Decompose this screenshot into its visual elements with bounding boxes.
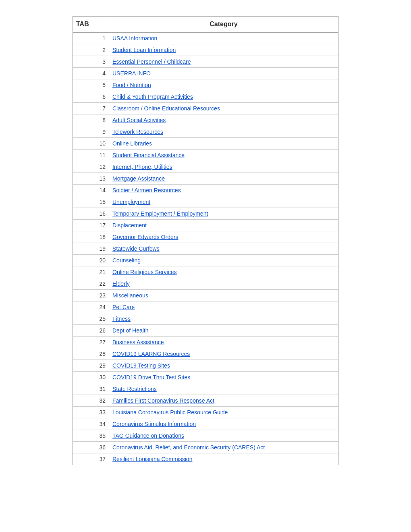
main-table: TAB Category 1USAA Information2Student L… bbox=[73, 16, 338, 465]
category-link[interactable]: Fitness bbox=[112, 316, 131, 322]
category-link[interactable]: Adult Social Activities bbox=[112, 117, 166, 123]
row-number: 30 bbox=[73, 372, 109, 383]
table-row: 23Miscellaneous bbox=[73, 290, 338, 301]
row-category[interactable]: Coronavirus Aid, Relief, and Economic Se… bbox=[109, 442, 338, 453]
row-category[interactable]: Pet Care bbox=[109, 301, 338, 313]
category-link[interactable]: Online Religious Services bbox=[112, 269, 177, 275]
category-link[interactable]: Child & Youth Program Activities bbox=[112, 94, 193, 100]
category-link[interactable]: Dept of Health bbox=[112, 327, 149, 334]
category-link[interactable]: TAG Guidance on Donations bbox=[112, 432, 184, 439]
category-link[interactable]: Student Loan Information bbox=[112, 47, 176, 53]
row-number: 1 bbox=[73, 33, 109, 44]
row-category[interactable]: Student Loan Information bbox=[109, 44, 338, 56]
row-category[interactable]: Miscellaneous bbox=[109, 290, 338, 301]
table-row: 35TAG Guidance on Donations bbox=[73, 430, 338, 442]
category-link[interactable]: COVID19 Testing Sites bbox=[112, 362, 170, 369]
row-category[interactable]: Child & Youth Program Activities bbox=[109, 91, 338, 102]
row-category[interactable]: Food / Nutrition bbox=[109, 79, 338, 91]
table-row: 3Essential Personnel / Childcare bbox=[73, 56, 338, 68]
row-number: 6 bbox=[73, 91, 109, 102]
category-link[interactable]: State Restrictions bbox=[112, 386, 157, 392]
category-link[interactable]: Displacement bbox=[112, 222, 147, 229]
table-row: 16Temporary Employment / Employment bbox=[73, 208, 338, 220]
row-category[interactable]: Fitness bbox=[109, 313, 338, 324]
table-row: 24Pet Care bbox=[73, 301, 338, 313]
row-category[interactable]: Counseling bbox=[109, 255, 338, 266]
category-link[interactable]: Louisiana Coronavirus Public Resource Gu… bbox=[112, 409, 228, 416]
row-category[interactable]: Temporary Employment / Employment bbox=[109, 208, 338, 219]
row-number: 24 bbox=[73, 301, 109, 313]
category-link[interactable]: Unemployment bbox=[112, 199, 150, 205]
category-link[interactable]: Pet Care bbox=[112, 304, 135, 310]
row-category[interactable]: Governor Edwards Orders bbox=[109, 231, 338, 243]
row-category[interactable]: Telework Resources bbox=[109, 126, 338, 137]
row-category[interactable]: Adult Social Activities bbox=[109, 114, 338, 126]
row-category[interactable]: Coronavirus Stimulus Information bbox=[109, 418, 338, 430]
category-link[interactable]: Statewide Curfews bbox=[112, 245, 160, 252]
category-link[interactable]: Student Financial Assistance bbox=[112, 152, 185, 158]
row-number: 33 bbox=[73, 407, 109, 418]
row-category[interactable]: USERRA INFO bbox=[109, 68, 338, 79]
table-row: 1USAA Information bbox=[73, 33, 338, 44]
category-link[interactable]: Food / Nutrition bbox=[112, 82, 151, 88]
category-link[interactable]: Coronavirus Aid, Relief, and Economic Se… bbox=[112, 444, 265, 451]
row-number: 14 bbox=[73, 185, 109, 196]
row-number: 13 bbox=[73, 173, 109, 184]
row-category[interactable]: Families First Coronavirus Response Act bbox=[109, 395, 338, 406]
category-link[interactable]: Soldier / Airmen Resources bbox=[112, 187, 181, 193]
category-link[interactable]: Mortgage Assistance bbox=[112, 175, 165, 182]
category-link[interactable]: Temporary Employment / Employment bbox=[112, 210, 208, 217]
row-category[interactable]: Unemployment bbox=[109, 196, 338, 208]
row-category[interactable]: Louisiana Coronavirus Public Resource Gu… bbox=[109, 407, 338, 418]
row-category[interactable]: Mortgage Assistance bbox=[109, 173, 338, 184]
row-category[interactable]: Essential Personnel / Childcare bbox=[109, 56, 338, 67]
category-link[interactable]: Governor Edwards Orders bbox=[112, 234, 178, 240]
category-link[interactable]: Resilient Louisiana Commission bbox=[112, 456, 192, 462]
row-category[interactable]: Online Libraries bbox=[109, 138, 338, 149]
category-link[interactable]: COVID19 LAARNG Resources bbox=[112, 351, 190, 357]
row-category[interactable]: COVID19 Testing Sites bbox=[109, 360, 338, 371]
category-link[interactable]: Business Assistance bbox=[112, 339, 164, 345]
table-row: 12Internet, Phone, Utilities bbox=[73, 161, 338, 173]
category-link[interactable]: Online Libraries bbox=[112, 140, 152, 147]
category-link[interactable]: Essential Personnel / Childcare bbox=[112, 58, 191, 65]
row-number: 32 bbox=[73, 395, 109, 406]
category-link[interactable]: Classroom / Online Educational Resources bbox=[112, 105, 220, 112]
category-link[interactable]: Miscellaneous bbox=[112, 292, 148, 299]
row-category[interactable]: TAG Guidance on Donations bbox=[109, 430, 338, 441]
row-category[interactable]: Internet, Phone, Utilities bbox=[109, 161, 338, 172]
category-link[interactable]: COVID19 Drive Thru Test Sites bbox=[112, 374, 190, 380]
table-header: TAB Category bbox=[73, 17, 338, 33]
row-number: 28 bbox=[73, 348, 109, 360]
row-category[interactable]: State Restrictions bbox=[109, 383, 338, 395]
category-link[interactable]: Families First Coronavirus Response Act bbox=[112, 397, 214, 404]
row-number: 31 bbox=[73, 383, 109, 395]
row-number: 8 bbox=[73, 114, 109, 126]
category-link[interactable]: USAA Information bbox=[112, 35, 157, 42]
category-link[interactable]: Elderly bbox=[112, 281, 130, 287]
row-category[interactable]: COVID19 LAARNG Resources bbox=[109, 348, 338, 360]
row-category[interactable]: COVID19 Drive Thru Test Sites bbox=[109, 372, 338, 383]
row-category[interactable]: Statewide Curfews bbox=[109, 243, 338, 254]
row-category[interactable]: Resilient Louisiana Commission bbox=[109, 453, 338, 465]
row-number: 37 bbox=[73, 453, 109, 465]
row-category[interactable]: Elderly bbox=[109, 278, 338, 289]
table-row: 18Governor Edwards Orders bbox=[73, 231, 338, 243]
row-category[interactable]: Soldier / Airmen Resources bbox=[109, 185, 338, 196]
row-category[interactable]: USAA Information bbox=[109, 33, 338, 44]
row-category[interactable]: Online Religious Services bbox=[109, 266, 338, 278]
row-number: 29 bbox=[73, 360, 109, 371]
category-link[interactable]: Counseling bbox=[112, 257, 141, 264]
row-category[interactable]: Business Assistance bbox=[109, 337, 338, 348]
row-number: 9 bbox=[73, 126, 109, 137]
row-category[interactable]: Dept of Health bbox=[109, 325, 338, 336]
table-row: 36Coronavirus Aid, Relief, and Economic … bbox=[73, 442, 338, 453]
table-row: 29COVID19 Testing Sites bbox=[73, 360, 338, 372]
category-link[interactable]: Coronavirus Stimulus Information bbox=[112, 421, 196, 427]
category-link[interactable]: Telework Resources bbox=[112, 129, 163, 135]
category-link[interactable]: USERRA INFO bbox=[112, 70, 151, 77]
row-category[interactable]: Displacement bbox=[109, 220, 338, 231]
row-category[interactable]: Student Financial Assistance bbox=[109, 150, 338, 161]
row-category[interactable]: Classroom / Online Educational Resources bbox=[109, 103, 338, 114]
category-link[interactable]: Internet, Phone, Utilities bbox=[112, 164, 172, 170]
